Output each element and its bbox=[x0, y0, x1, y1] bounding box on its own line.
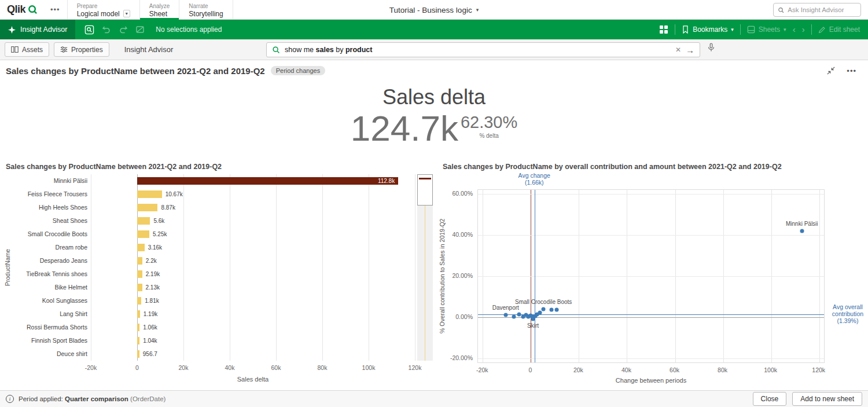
nav-section-label: Prepare bbox=[77, 3, 130, 10]
scatter-point[interactable] bbox=[554, 307, 558, 311]
minimap-viewport[interactable] bbox=[417, 174, 433, 206]
top-bar: Qlik ••• Prepare Logical model▾ Analyze … bbox=[0, 0, 868, 20]
bar-category-label: TieBreak Tennis shoes bbox=[12, 267, 87, 281]
bookmarks-label: Bookmarks bbox=[693, 25, 727, 34]
bar[interactable] bbox=[137, 337, 139, 344]
bar-value-label: 5.25k bbox=[153, 228, 167, 241]
bar-value-label: 2.13k bbox=[146, 281, 160, 294]
qlik-logo-q-icon bbox=[28, 5, 38, 14]
bottom-bar: i Period applied: Quarter comparison (Or… bbox=[0, 390, 868, 407]
y-tick-label: 20.00% bbox=[452, 272, 473, 279]
nav-section-label: Narrate bbox=[189, 3, 223, 10]
scatter-point[interactable] bbox=[542, 307, 546, 311]
properties-panel-button[interactable]: Properties bbox=[54, 42, 109, 57]
bar[interactable] bbox=[137, 244, 145, 251]
bar-value-label: 1.19k bbox=[144, 307, 157, 321]
close-button[interactable]: Close bbox=[753, 392, 787, 406]
kpi-block[interactable]: Sales delta 124.7k 62.30% % delta bbox=[0, 85, 868, 146]
scatter-chart-y-axis: -20.00%0.00%20.00%40.00%60.00% bbox=[446, 189, 475, 363]
nav-narrate-storytelling[interactable]: Narrate Storytelling bbox=[179, 0, 233, 19]
gridline bbox=[478, 358, 824, 359]
scatter-chart-plot-area: DavenportSkirtSmall Crocodile BootsMinnk… bbox=[477, 189, 825, 363]
bar-chart-category-axis: Minnki PälsiiFeiss Fleece TrousersHigh H… bbox=[12, 174, 89, 361]
app-overview-grid-icon[interactable] bbox=[659, 25, 668, 34]
submit-query-icon[interactable]: → bbox=[686, 46, 694, 54]
bookmarks-menu[interactable]: Bookmarks ▾ bbox=[682, 25, 734, 34]
bar[interactable] bbox=[137, 204, 157, 211]
bar-chart[interactable]: Sales changes by ProductName between 202… bbox=[0, 159, 437, 389]
chart-options-icon[interactable]: ••• bbox=[847, 67, 856, 75]
bar[interactable] bbox=[137, 284, 142, 291]
query-word: show me bbox=[285, 46, 316, 54]
scatter-chart-y-axis-title: % Overall contribution to Sales in 2019-… bbox=[438, 189, 446, 363]
gridline bbox=[276, 174, 277, 361]
insight-advisor-button[interactable]: Insight Advisor bbox=[0, 20, 75, 39]
bar[interactable] bbox=[137, 217, 150, 225]
nav-analyze-sheet[interactable]: Analyze Sheet bbox=[139, 0, 179, 19]
properties-icon bbox=[60, 46, 68, 53]
clear-selections-icon[interactable] bbox=[135, 25, 145, 34]
ask-insight-advisor-box[interactable] bbox=[773, 3, 861, 17]
x-tick-label: 40k bbox=[621, 366, 631, 373]
nav-prepare-logical-model[interactable]: Prepare Logical model▾ bbox=[67, 0, 139, 19]
gridline bbox=[478, 235, 824, 236]
gridline bbox=[478, 276, 824, 277]
scatter-point[interactable] bbox=[550, 307, 554, 311]
sheet-icon bbox=[747, 25, 755, 34]
insight-advisor-label: Insight Advisor bbox=[20, 25, 67, 34]
gridline bbox=[137, 174, 138, 361]
bar-chart-title: Sales changes by ProductName between 202… bbox=[6, 163, 222, 171]
nav-item-label: Storytelling bbox=[189, 10, 223, 18]
app-title-menu[interactable]: Tutorial - Business logic ▾ bbox=[389, 0, 479, 20]
nav-item-label: Logical model bbox=[77, 10, 120, 18]
search-query-text[interactable]: show me sales by product bbox=[285, 46, 671, 54]
x-tick-label: 40k bbox=[225, 364, 235, 371]
chart-minimap-scrollbar[interactable] bbox=[417, 174, 433, 361]
edit-sheet-button[interactable]: Edit sheet bbox=[818, 25, 860, 34]
bar[interactable] bbox=[137, 350, 139, 358]
sheets-menu[interactable]: Sheets ▾ bbox=[747, 25, 786, 34]
bar[interactable] bbox=[137, 310, 140, 318]
scatter-point[interactable] bbox=[503, 313, 507, 317]
gridline bbox=[322, 174, 323, 361]
gridline bbox=[415, 174, 415, 361]
bar[interactable] bbox=[137, 177, 398, 185]
bar[interactable] bbox=[137, 230, 149, 238]
scatter-chart[interactable]: Sales changes by ProductName by overall … bbox=[437, 159, 868, 389]
undo-selection-icon[interactable] bbox=[102, 25, 111, 34]
bar[interactable] bbox=[137, 190, 162, 198]
ask-insight-advisor-input[interactable] bbox=[788, 6, 856, 13]
next-sheet-icon[interactable]: › bbox=[802, 25, 805, 34]
insight-advisor-search-box[interactable]: show me sales by product ✕ → bbox=[266, 42, 700, 57]
query-word: sales bbox=[316, 46, 334, 54]
scatter-chart-title: Sales changes by ProductName by overall … bbox=[443, 163, 782, 171]
assets-panel-button[interactable]: Assets bbox=[5, 42, 49, 57]
bar[interactable] bbox=[137, 257, 142, 265]
microphone-icon[interactable] bbox=[707, 43, 715, 52]
scatter-point-label: Minnki Pälsii bbox=[786, 221, 818, 227]
avg-change-refline bbox=[535, 190, 535, 362]
y-tick-label: -20.00% bbox=[450, 354, 473, 361]
scatter-point[interactable] bbox=[538, 310, 542, 314]
bar-category-label: Rossi Bermuda Shorts bbox=[12, 321, 87, 334]
scatter-point[interactable] bbox=[512, 314, 516, 318]
period-applied-text: Period applied: Quarter comparison (Orde… bbox=[19, 395, 165, 402]
scatter-point[interactable] bbox=[800, 229, 804, 233]
scatter-point[interactable] bbox=[517, 312, 521, 316]
add-to-new-sheet-button[interactable]: Add to new sheet bbox=[792, 392, 862, 406]
bar-value-label: 1.04k bbox=[143, 334, 157, 347]
chevron-down-icon[interactable]: ▾ bbox=[123, 10, 130, 17]
more-menu-icon[interactable]: ••• bbox=[43, 0, 67, 19]
smart-search-icon[interactable] bbox=[84, 25, 94, 35]
bar[interactable] bbox=[137, 324, 139, 331]
collapse-icon[interactable] bbox=[827, 67, 835, 75]
redo-selection-icon[interactable] bbox=[119, 25, 128, 34]
qlik-logo[interactable]: Qlik bbox=[0, 0, 43, 19]
result-title: Sales changes by ProductName between 202… bbox=[6, 66, 265, 76]
nav-section-label: Analyze bbox=[149, 3, 170, 10]
clear-query-icon[interactable]: ✕ bbox=[675, 46, 681, 53]
previous-sheet-icon[interactable]: ‹ bbox=[793, 25, 796, 34]
bar[interactable] bbox=[137, 297, 141, 305]
x-tick-label: 100k bbox=[362, 364, 376, 371]
bar[interactable] bbox=[137, 270, 142, 278]
